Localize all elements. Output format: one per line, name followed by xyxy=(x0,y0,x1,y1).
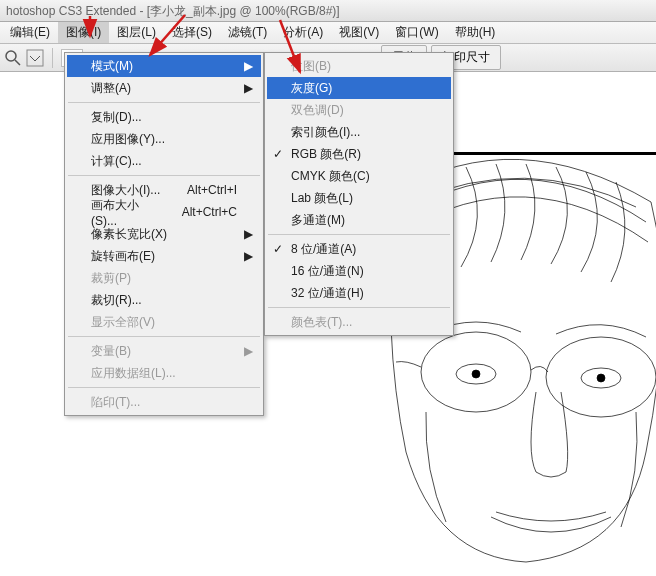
menu-item-label: 复制(D)... xyxy=(91,109,142,126)
menu-shortcut: Alt+Ctrl+C xyxy=(162,205,237,219)
image-menu-dropdown: 模式(M) ▶ 调整(A) ▶ 复制(D)... 应用图像(Y)... 计算(C… xyxy=(64,52,264,416)
svg-point-10 xyxy=(597,374,605,382)
separator xyxy=(52,48,53,68)
menu-item-variables: 变量(B) ▶ xyxy=(67,340,261,362)
menu-item-label: RGB 颜色(R) xyxy=(291,146,361,163)
menu-item-label: 模式(M) xyxy=(91,58,133,75)
menu-item-crop: 裁剪(P) xyxy=(67,267,261,289)
menu-layer[interactable]: 图层(L) xyxy=(109,22,164,43)
menu-analysis[interactable]: 分析(A) xyxy=(275,22,331,43)
svg-point-0 xyxy=(6,51,16,61)
menu-select[interactable]: 选择(S) xyxy=(164,22,220,43)
submenu-item-8bit[interactable]: ✓ 8 位/通道(A) xyxy=(267,238,451,260)
submenu-item-lab[interactable]: Lab 颜色(L) xyxy=(267,187,451,209)
menu-divider xyxy=(268,307,450,308)
menu-divider xyxy=(68,175,260,176)
menu-divider xyxy=(68,336,260,337)
menu-item-label: 显示全部(V) xyxy=(91,314,155,331)
submenu-arrow-icon: ▶ xyxy=(244,59,253,73)
menu-item-apply-data: 应用数据组(L)... xyxy=(67,362,261,384)
tool-preset-icon[interactable] xyxy=(26,49,44,67)
menu-item-label: 变量(B) xyxy=(91,343,131,360)
submenu-arrow-icon: ▶ xyxy=(244,249,253,263)
menu-shortcut: Alt+Ctrl+I xyxy=(167,183,237,197)
menu-image[interactable]: 图像(I) xyxy=(58,22,109,43)
menu-item-label: 像素长宽比(X) xyxy=(91,226,167,243)
menu-item-label: 16 位/通道(N) xyxy=(291,263,364,280)
submenu-item-duotone: 双色调(D) xyxy=(267,99,451,121)
menu-item-label: 旋转画布(E) xyxy=(91,248,155,265)
menu-item-label: 双色调(D) xyxy=(291,102,344,119)
menu-item-label: 位图(B) xyxy=(291,58,331,75)
title-bar: hotoshop CS3 Extended - [李小龙_副本.jpg @ 10… xyxy=(0,0,656,22)
menu-help[interactable]: 帮助(H) xyxy=(447,22,504,43)
submenu-item-16bit[interactable]: 16 位/通道(N) xyxy=(267,260,451,282)
submenu-arrow-icon: ▶ xyxy=(244,344,253,358)
check-icon: ✓ xyxy=(273,242,283,256)
menu-item-label: 应用图像(Y)... xyxy=(91,131,165,148)
menu-item-trim[interactable]: 裁切(R)... xyxy=(67,289,261,311)
menu-item-label: 多通道(M) xyxy=(291,212,345,229)
submenu-item-multichannel[interactable]: 多通道(M) xyxy=(267,209,451,231)
menu-divider xyxy=(68,387,260,388)
svg-rect-2 xyxy=(27,50,43,66)
zoom-tool-icon xyxy=(4,49,22,67)
menu-view[interactable]: 视图(V) xyxy=(331,22,387,43)
check-icon: ✓ xyxy=(273,147,283,161)
menu-item-calculations[interactable]: 计算(C)... xyxy=(67,150,261,172)
menu-item-label: 陷印(T)... xyxy=(91,394,140,411)
menu-item-label: 灰度(G) xyxy=(291,80,332,97)
menu-item-adjust[interactable]: 调整(A) ▶ xyxy=(67,77,261,99)
menu-divider xyxy=(68,102,260,103)
menu-item-label: 调整(A) xyxy=(91,80,131,97)
menu-window[interactable]: 窗口(W) xyxy=(387,22,446,43)
title-text: hotoshop CS3 Extended - [李小龙_副本.jpg @ 10… xyxy=(6,4,340,18)
menu-item-mode[interactable]: 模式(M) ▶ xyxy=(67,55,261,77)
submenu-arrow-icon: ▶ xyxy=(244,81,253,95)
submenu-item-cmyk[interactable]: CMYK 颜色(C) xyxy=(267,165,451,187)
menu-item-trap: 陷印(T)... xyxy=(67,391,261,413)
mode-submenu: 位图(B) 灰度(G) 双色调(D) 索引颜色(I)... ✓ RGB 颜色(R… xyxy=(264,52,454,336)
menu-item-label: 颜色表(T)... xyxy=(291,314,352,331)
submenu-item-colortable: 颜色表(T)... xyxy=(267,311,451,333)
menu-item-rotate-canvas[interactable]: 旋转画布(E) ▶ xyxy=(67,245,261,267)
submenu-item-indexed[interactable]: 索引颜色(I)... xyxy=(267,121,451,143)
menu-item-label: 索引颜色(I)... xyxy=(291,124,360,141)
menu-item-label: Lab 颜色(L) xyxy=(291,190,353,207)
menu-item-duplicate[interactable]: 复制(D)... xyxy=(67,106,261,128)
submenu-arrow-icon: ▶ xyxy=(244,227,253,241)
menu-item-canvas-size[interactable]: 画布大小(S)... Alt+Ctrl+C xyxy=(67,201,261,223)
menu-item-label: 裁剪(P) xyxy=(91,270,131,287)
submenu-item-rgb[interactable]: ✓ RGB 颜色(R) xyxy=(267,143,451,165)
menu-item-label: 应用数据组(L)... xyxy=(91,365,176,382)
menu-filter[interactable]: 滤镜(T) xyxy=(220,22,275,43)
menu-item-reveal-all: 显示全部(V) xyxy=(67,311,261,333)
svg-point-9 xyxy=(472,370,480,378)
svg-line-1 xyxy=(15,60,20,65)
menu-item-pixel-aspect[interactable]: 像素长宽比(X) ▶ xyxy=(67,223,261,245)
menu-item-apply-image[interactable]: 应用图像(Y)... xyxy=(67,128,261,150)
menu-item-label: 计算(C)... xyxy=(91,153,142,170)
submenu-item-grayscale[interactable]: 灰度(G) xyxy=(267,77,451,99)
submenu-item-32bit[interactable]: 32 位/通道(H) xyxy=(267,282,451,304)
menu-item-label: 32 位/通道(H) xyxy=(291,285,364,302)
menu-edit[interactable]: 编辑(E) xyxy=(2,22,58,43)
menu-item-label: 裁切(R)... xyxy=(91,292,142,309)
menu-item-label: 8 位/通道(A) xyxy=(291,241,356,258)
menu-bar: 编辑(E) 图像(I) 图层(L) 选择(S) 滤镜(T) 分析(A) 视图(V… xyxy=(0,22,656,44)
menu-divider xyxy=(268,234,450,235)
menu-item-label: CMYK 颜色(C) xyxy=(291,168,370,185)
submenu-item-bitmap: 位图(B) xyxy=(267,55,451,77)
